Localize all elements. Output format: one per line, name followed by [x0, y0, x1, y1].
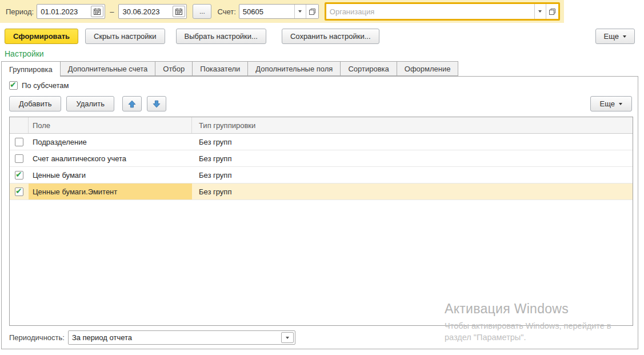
- by-subaccounts-label: По субсчетам: [22, 81, 69, 90]
- add-button[interactable]: Добавить: [9, 96, 61, 111]
- organization-dropdown-button[interactable]: [534, 4, 546, 19]
- tab-indicators[interactable]: Показатели: [193, 61, 248, 76]
- delete-button[interactable]: Удалить: [66, 96, 114, 111]
- table-row[interactable]: Ценные бумаги Без групп: [10, 167, 633, 184]
- settings-panel: По субсчетам Добавить Удалить Еще: [1, 76, 638, 349]
- organization-open-button[interactable]: [546, 4, 558, 19]
- row-field[interactable]: Счет аналитического учета: [29, 150, 192, 166]
- row-group-type[interactable]: Без групп: [192, 134, 633, 150]
- save-settings-button[interactable]: Сохранить настройки...: [282, 29, 379, 44]
- account-dropdown-button[interactable]: [294, 5, 306, 18]
- by-subaccounts-checkbox[interactable]: [9, 81, 18, 90]
- periodicity-label: Периодичность:: [9, 333, 65, 342]
- periodicity-row: Периодичность:: [9, 330, 295, 345]
- row-field[interactable]: Ценные бумаги: [29, 167, 192, 183]
- calendar-icon-button[interactable]: [173, 6, 185, 17]
- settings-title: Настройки: [5, 49, 44, 58]
- periodicity-dropdown-button[interactable]: [281, 332, 294, 343]
- hide-settings-button[interactable]: Скрыть настройки: [85, 29, 165, 44]
- organization-combo[interactable]: [325, 2, 560, 21]
- grouping-table: Поле Тип группировки Подразделение Без г…: [9, 117, 633, 326]
- date-to-input[interactable]: [119, 5, 171, 18]
- move-up-button[interactable]: [122, 96, 142, 111]
- move-down-button[interactable]: [147, 96, 166, 111]
- tab-filter[interactable]: Отбор: [155, 61, 193, 76]
- settings-tabs: Группировка Дополнительные счета Отбор П…: [1, 61, 458, 77]
- chevron-down-icon: [623, 35, 626, 38]
- by-subaccounts-checkbox-row[interactable]: По субсчетам: [9, 81, 69, 90]
- table-row-selected[interactable]: Ценные бумаги.Эмитент Без групп: [10, 184, 633, 200]
- row-group-type[interactable]: Без групп: [192, 167, 633, 183]
- grouping-toolbar: Добавить Удалить Еще: [9, 96, 632, 111]
- tab-additional-accounts[interactable]: Дополнительные счета: [61, 61, 155, 76]
- tab-sorting[interactable]: Сортировка: [341, 61, 397, 76]
- row-checkbox[interactable]: [15, 154, 23, 163]
- row-checkbox[interactable]: [15, 188, 23, 196]
- table-row[interactable]: Счет аналитического учета Без групп: [10, 150, 633, 167]
- periodicity-combo[interactable]: [68, 330, 295, 345]
- chevron-down-icon: [298, 10, 302, 13]
- calendar-icon-button[interactable]: [91, 6, 103, 17]
- organization-input[interactable]: [326, 4, 534, 19]
- report-actions: Сформировать Скрыть настройки Выбрать на…: [0, 29, 644, 44]
- arrow-down-icon: [153, 100, 161, 108]
- row-checkbox[interactable]: [15, 138, 23, 146]
- arrow-up-icon: [128, 100, 136, 108]
- date-from-input[interactable]: [37, 5, 90, 18]
- toolbar-more-button[interactable]: Еще: [590, 96, 632, 111]
- header-grouptype-column: Тип группировки: [192, 117, 633, 133]
- more-button[interactable]: Еще: [595, 29, 635, 44]
- row-field[interactable]: Ценные бумаги.Эмитент: [29, 184, 192, 200]
- chevron-down-icon: [286, 337, 289, 339]
- report-settings-window: Период:: [0, 0, 644, 355]
- period-ellipsis-button[interactable]: ...: [193, 4, 211, 19]
- account-input[interactable]: [239, 5, 294, 18]
- filter-panel: Период:: [0, 0, 564, 23]
- open-in-list-icon: [549, 9, 555, 15]
- row-group-type[interactable]: Без групп: [192, 150, 633, 166]
- open-in-list-icon: [309, 9, 315, 15]
- generate-button[interactable]: Сформировать: [5, 29, 78, 44]
- date-from-field[interactable]: [37, 4, 105, 19]
- table-row[interactable]: Подразделение Без групп: [10, 134, 633, 150]
- row-checkbox[interactable]: [15, 171, 23, 180]
- row-field[interactable]: Подразделение: [29, 134, 192, 150]
- table-header: Поле Тип группировки: [10, 117, 633, 134]
- header-field-column: Поле: [29, 117, 192, 133]
- chevron-down-icon: [619, 103, 622, 105]
- account-combo[interactable]: [239, 4, 319, 19]
- row-group-type[interactable]: Без групп: [192, 184, 633, 200]
- date-to-field[interactable]: [118, 4, 187, 19]
- calendar-icon: [94, 8, 101, 15]
- account-label: Счет:: [217, 7, 235, 16]
- period-dash: –: [110, 7, 114, 16]
- choose-settings-button[interactable]: Выбрать настройки...: [176, 29, 266, 44]
- tab-grouping[interactable]: Группировка: [1, 61, 61, 77]
- tab-additional-fields[interactable]: Дополнительные поля: [248, 61, 341, 76]
- chevron-down-icon: [538, 10, 542, 13]
- tab-appearance[interactable]: Оформление: [397, 61, 459, 76]
- account-open-button[interactable]: [306, 5, 318, 18]
- calendar-icon: [175, 8, 182, 15]
- header-checkbox-column: [10, 117, 29, 133]
- period-label: Период:: [6, 7, 34, 16]
- periodicity-input[interactable]: [69, 331, 280, 344]
